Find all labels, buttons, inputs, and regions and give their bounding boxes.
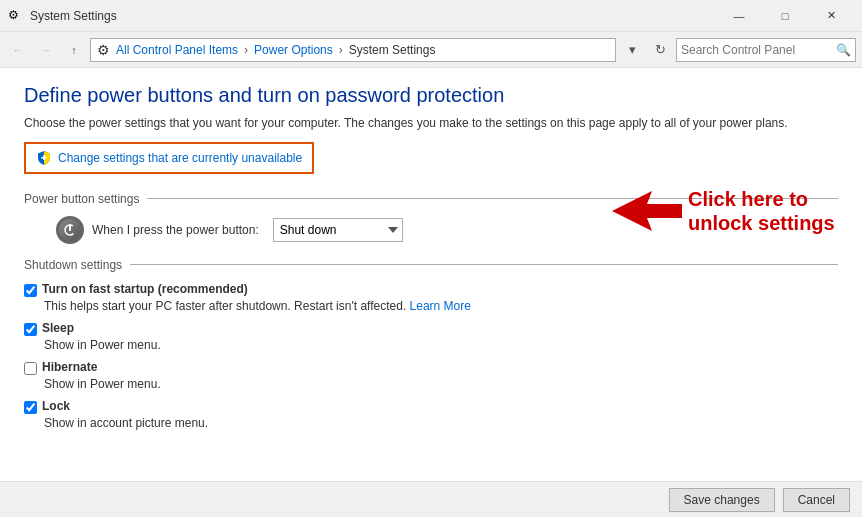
fast-startup-sublabel: This helps start your PC faster after sh… — [44, 299, 838, 313]
fast-startup-row: Turn on fast startup (recommended) — [24, 282, 838, 297]
cancel-button[interactable]: Cancel — [783, 488, 850, 512]
annotation-text: Click here to unlock settings — [688, 187, 848, 235]
search-input[interactable] — [681, 43, 836, 57]
forward-button[interactable]: → — [34, 38, 58, 62]
addressbar: ← → ↑ ⚙ All Control Panel Items › Power … — [0, 32, 862, 68]
breadcrumb: ⚙ All Control Panel Items › Power Option… — [90, 38, 616, 62]
maximize-button[interactable]: □ — [762, 0, 808, 32]
hibernate-checkbox[interactable] — [24, 362, 37, 375]
lock-label[interactable]: Lock — [42, 399, 70, 413]
unlock-link-box[interactable]: Change settings that are currently unava… — [24, 142, 314, 174]
shield-icon — [36, 150, 52, 166]
hibernate-sublabel: Show in Power menu. — [44, 377, 838, 391]
close-button[interactable]: ✕ — [808, 0, 854, 32]
search-icon: 🔍 — [836, 43, 851, 57]
unlock-link[interactable]: Change settings that are currently unava… — [58, 151, 302, 165]
sleep-sublabel: Show in Power menu. — [44, 338, 838, 352]
breadcrumb-current: System Settings — [349, 43, 436, 57]
refresh-button[interactable]: ↻ — [648, 38, 672, 62]
page-title: Define power buttons and turn on passwor… — [24, 84, 838, 107]
window-title: System Settings — [30, 9, 716, 23]
dropdown-button[interactable]: ▾ — [620, 38, 644, 62]
hibernate-row: Hibernate — [24, 360, 838, 375]
power-icon — [56, 216, 84, 244]
power-button-label: When I press the power button: — [92, 223, 259, 237]
save-button[interactable]: Save changes — [669, 488, 775, 512]
annotation-container: Click here to unlock settings — [612, 186, 848, 236]
breadcrumb-sep2: › — [339, 43, 343, 57]
lock-checkbox[interactable] — [24, 401, 37, 414]
breadcrumb-sep1: › — [244, 43, 248, 57]
svg-rect-1 — [43, 155, 45, 160]
up-button[interactable]: ↑ — [62, 38, 86, 62]
breadcrumb-power-options[interactable]: Power Options — [254, 43, 333, 57]
sleep-checkbox[interactable] — [24, 323, 37, 336]
annotation-arrow — [612, 186, 682, 236]
back-button[interactable]: ← — [6, 38, 30, 62]
window-controls: — □ ✕ — [716, 0, 854, 32]
shutdown-section-header: Shutdown settings — [24, 258, 838, 272]
fast-startup-checkbox[interactable] — [24, 284, 37, 297]
search-box: 🔍 — [676, 38, 856, 62]
titlebar: ⚙ System Settings — □ ✕ — [0, 0, 862, 32]
svg-marker-2 — [612, 191, 682, 231]
fast-startup-label[interactable]: Turn on fast startup (recommended) — [42, 282, 248, 296]
shutdown-section: Shutdown settings Turn on fast startup (… — [24, 258, 838, 430]
bottom-bar: Save changes Cancel — [0, 481, 862, 517]
minimize-button[interactable]: — — [716, 0, 762, 32]
main-content: Define power buttons and turn on passwor… — [0, 68, 862, 481]
lock-row: Lock — [24, 399, 838, 414]
hibernate-label[interactable]: Hibernate — [42, 360, 97, 374]
sleep-label[interactable]: Sleep — [42, 321, 74, 335]
page-description: Choose the power settings that you want … — [24, 115, 838, 132]
window-icon: ⚙ — [8, 8, 24, 24]
power-symbol-icon — [63, 223, 77, 237]
breadcrumb-control-panel[interactable]: All Control Panel Items — [116, 43, 238, 57]
sleep-row: Sleep — [24, 321, 838, 336]
lock-sublabel: Show in account picture menu. — [44, 416, 838, 430]
power-action-dropdown[interactable]: Shut down Sleep Hibernate Turn off the d… — [273, 218, 403, 242]
learn-more-link[interactable]: Learn More — [410, 299, 471, 313]
